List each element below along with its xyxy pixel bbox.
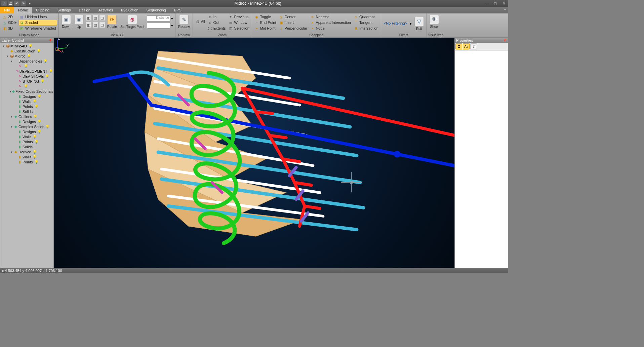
tree-node[interactable]: ✎💡 bbox=[0, 84, 53, 89]
pin-icon[interactable]: 📌 bbox=[503, 39, 507, 42]
app-icon[interactable]: ◷ bbox=[1, 1, 7, 6]
qat-undo-icon[interactable]: ↶ bbox=[14, 1, 19, 6]
iso-icon[interactable]: ◫ bbox=[99, 22, 105, 28]
snap-quadrant-button[interactable]: ◇Quadrant bbox=[353, 14, 379, 20]
chevron-down-icon[interactable]: ▾ bbox=[171, 24, 173, 28]
expand-icon[interactable]: ▾ bbox=[10, 60, 13, 63]
tree-node[interactable]: ✎STOPING💡 bbox=[0, 79, 53, 84]
tree-node[interactable]: ▾📦Midroc💡 bbox=[0, 53, 53, 59]
snap-nearest-button[interactable]: ✳Nearest bbox=[309, 14, 352, 20]
expand-icon[interactable]: ▾ bbox=[10, 125, 13, 128]
visibility-bulb-icon[interactable]: 💡 bbox=[49, 69, 53, 73]
expand-icon[interactable]: ▾ bbox=[10, 115, 13, 118]
tree-node[interactable]: ▮Designs💡 bbox=[0, 129, 53, 134]
iso-icon[interactable]: ◫ bbox=[86, 15, 92, 21]
snap-midpoint-button[interactable]: ÷Mid Point bbox=[253, 26, 277, 31]
iso-icon[interactable]: ◫ bbox=[99, 15, 105, 21]
tab-sequencing[interactable]: Sequencing bbox=[143, 7, 170, 13]
chevron-down-icon[interactable]: ▾ bbox=[409, 22, 412, 26]
tree-node[interactable]: ✎DEVELOPMENT💡 bbox=[0, 69, 53, 74]
shaded-button[interactable]: ◪Shaded bbox=[18, 20, 57, 25]
visibility-bulb-icon[interactable]: 💡 bbox=[24, 84, 28, 88]
iso-icon[interactable]: ◫ bbox=[92, 22, 98, 28]
tree-node[interactable]: ▮Solids bbox=[0, 109, 53, 114]
tree-node[interactable]: ▮Walls💡 bbox=[0, 134, 53, 139]
rotate-step-combo[interactable] bbox=[147, 23, 170, 29]
visibility-bulb-icon[interactable]: 💡 bbox=[37, 130, 41, 133]
tree-node[interactable]: ✎💡 bbox=[0, 64, 53, 69]
visibility-bulb-icon[interactable]: 💡 bbox=[43, 59, 47, 63]
tab-design[interactable]: Design bbox=[75, 7, 94, 13]
visibility-bulb-icon[interactable]: 💡 bbox=[37, 49, 41, 53]
tab-evaluation[interactable]: Evaluation bbox=[117, 7, 142, 13]
tree-node[interactable]: ✎DEV-STOPE💡 bbox=[0, 74, 53, 79]
tree-node[interactable]: ▮Points💡 bbox=[0, 159, 53, 164]
display-3d-button[interactable]: ◧3D bbox=[1, 26, 18, 31]
tree-node[interactable]: ▮Points💡 bbox=[0, 139, 53, 144]
hidden-lines-button[interactable]: ▦Hidden Lines bbox=[18, 14, 57, 20]
tree-node[interactable]: ▾Dependencies💡 bbox=[0, 59, 53, 64]
iso-icon[interactable]: ◫ bbox=[86, 22, 92, 28]
close-button[interactable]: ✕ bbox=[499, 0, 508, 6]
tab-eps[interactable]: EPS bbox=[170, 7, 186, 13]
tab-settings[interactable]: Settings bbox=[53, 7, 75, 13]
file-tab[interactable]: File bbox=[0, 7, 14, 13]
help-button[interactable]: ? bbox=[470, 43, 477, 49]
snap-intersection-button[interactable]: ✖Intersection bbox=[353, 26, 379, 31]
visibility-bulb-icon[interactable]: 💡 bbox=[34, 140, 38, 144]
display-2d-button[interactable]: △2D bbox=[1, 14, 18, 20]
zoom-in-button[interactable]: ⊕In bbox=[207, 14, 227, 20]
visibility-bulb-icon[interactable]: 💡 bbox=[45, 74, 49, 78]
view-up-button[interactable]: ▣Up bbox=[73, 14, 85, 29]
snap-endpoint-button[interactable]: ⌐End Point bbox=[253, 20, 277, 25]
visibility-bulb-icon[interactable]: 💡 bbox=[37, 120, 41, 123]
expand-icon[interactable]: ▾ bbox=[6, 54, 9, 58]
visibility-bulb-icon[interactable]: 💡 bbox=[45, 125, 49, 128]
snap-tangent-button[interactable]: ⌒Tangent bbox=[353, 20, 379, 25]
redraw-button[interactable]: ✎Redraw bbox=[177, 14, 191, 29]
categorize-button[interactable]: ≣ bbox=[455, 43, 462, 49]
tab-clipping[interactable]: Clipping bbox=[32, 7, 53, 13]
layer-tree[interactable]: ▾📦Mine2-4D💡◆Construction💡▾📦Midroc💡▾Depen… bbox=[0, 43, 53, 268]
zoom-out-button[interactable]: ⊖Out bbox=[207, 20, 227, 25]
visibility-bulb-icon[interactable]: 💡 bbox=[33, 115, 37, 118]
display-gdiplus-button[interactable]: △GDI+ bbox=[1, 20, 18, 25]
tab-activities[interactable]: Activities bbox=[94, 7, 117, 13]
visibility-bulb-icon[interactable]: 💡 bbox=[33, 100, 37, 103]
minimize-button[interactable]: — bbox=[482, 0, 491, 6]
visibility-bulb-icon[interactable]: 💡 bbox=[33, 135, 37, 139]
visualizer-show-button[interactable]: 👁Show bbox=[428, 14, 440, 29]
expand-icon[interactable]: ▾ bbox=[10, 150, 13, 154]
snap-toggle-button[interactable]: ◉Toggle bbox=[253, 14, 277, 20]
qat-customize-icon[interactable]: ▾ bbox=[27, 1, 32, 6]
snap-center-button[interactable]: ◎Center bbox=[278, 14, 309, 20]
visibility-bulb-icon[interactable]: 💡 bbox=[33, 150, 37, 154]
maximize-button[interactable]: ◻ bbox=[491, 0, 499, 6]
pin-icon[interactable]: 📌 bbox=[48, 39, 52, 42]
iso-icon[interactable]: ◫ bbox=[92, 15, 98, 21]
tree-node[interactable]: ▮Designs💡 bbox=[0, 119, 53, 124]
tree-node[interactable]: ▾📦Mine2-4D💡 bbox=[0, 43, 53, 48]
tree-node[interactable]: ▮Walls💡 bbox=[0, 99, 53, 104]
filters-edit-button[interactable]: ▽Edit bbox=[413, 16, 425, 31]
snap-insert-button[interactable]: ▣Insert bbox=[278, 20, 309, 25]
rotate-button[interactable]: ⟳Rotate bbox=[106, 14, 118, 29]
expand-icon[interactable]: ▾ bbox=[2, 44, 5, 48]
set-target-point-button[interactable]: ⊕Set Target Point bbox=[119, 14, 146, 29]
visibility-bulb-icon[interactable]: 💡 bbox=[40, 79, 44, 83]
zoom-all-button[interactable]: ⊡All bbox=[194, 19, 206, 24]
visibility-bulb-icon[interactable]: 💡 bbox=[34, 105, 38, 108]
tree-node[interactable]: ◆Construction💡 bbox=[0, 48, 53, 53]
zoom-previous-button[interactable]: ↶Previous bbox=[228, 14, 250, 20]
snap-perpendicular-button[interactable]: ⊥Perpendicular bbox=[278, 26, 309, 31]
tree-node[interactable]: ▮Walls💡 bbox=[0, 154, 53, 159]
panel-header[interactable]: Properties📌 bbox=[455, 38, 508, 43]
ribbon-collapse-icon[interactable]: ^ bbox=[501, 7, 508, 13]
tree-node[interactable]: ▾◆Complex Solids💡 bbox=[0, 124, 53, 129]
snap-node-button[interactable]: •Node bbox=[309, 26, 352, 31]
visibility-bulb-icon[interactable]: 💡 bbox=[28, 44, 32, 48]
wireframe-shaded-button[interactable]: ◩Wireframe Shaded bbox=[18, 26, 57, 31]
viewport-3d[interactable]: Z Y X bbox=[54, 38, 454, 268]
tree-node[interactable]: ▮Solids bbox=[0, 144, 53, 149]
tree-node[interactable]: ▮Designs💡 bbox=[0, 94, 53, 99]
